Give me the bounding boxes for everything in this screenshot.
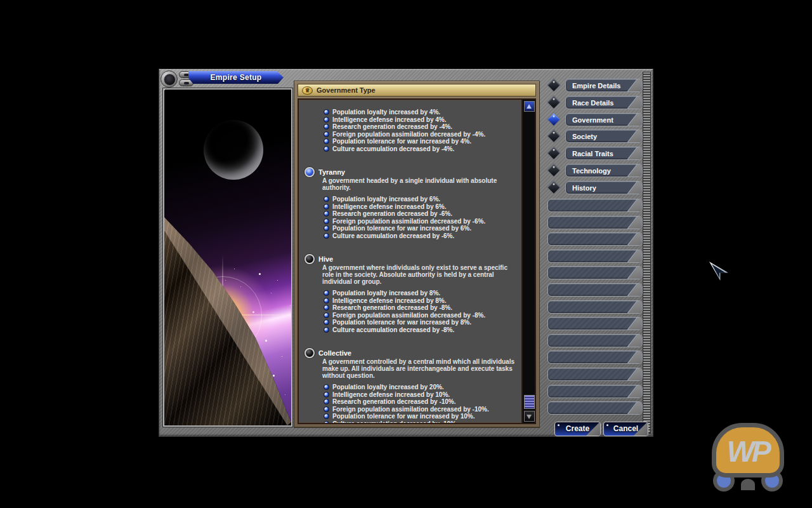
logo-text: WP xyxy=(712,423,784,478)
setup-sidebar: Empire DetailsRace DetailsGovernmentSoci… xyxy=(541,69,653,436)
empty-slot xyxy=(547,266,643,279)
modifier-text: Intelligence defense increased by 10%. xyxy=(332,391,450,398)
scroll-down-button[interactable] xyxy=(524,411,535,422)
diamond-indicator-icon xyxy=(547,146,561,161)
modifier-row: Culture accumulation decreased by -4%. xyxy=(324,145,519,153)
government-description: A government headed by a single individu… xyxy=(322,177,519,191)
empty-slot xyxy=(547,199,643,212)
bullet-orb-icon xyxy=(324,196,329,202)
bullet-orb-icon xyxy=(324,413,329,419)
mouse-cursor xyxy=(709,262,728,281)
modifier-text: Population loyalty increased by 8%. xyxy=(332,290,440,297)
bullet-orb-icon xyxy=(324,109,329,115)
modifier-text: Population loyalty increased by 4%. xyxy=(332,109,440,116)
diamond-indicator-icon xyxy=(547,180,561,194)
modifier-row: Research generation decreased by -6%. xyxy=(324,210,519,218)
window-title: Empire Setup xyxy=(188,71,284,84)
sidebar-item-society[interactable]: Society xyxy=(565,130,643,143)
modifier-row: Population tolerance for war increased b… xyxy=(324,319,519,326)
government-description: A government controlled by a central min… xyxy=(322,358,519,379)
government-description: A government where individuals only exis… xyxy=(322,264,519,285)
bullet-orb-icon xyxy=(324,124,329,130)
crescent-moon xyxy=(204,120,263,180)
modifier-text: Intelligence defense increased by 8%. xyxy=(332,297,447,304)
empty-slot xyxy=(547,351,643,364)
bullet-orb-icon xyxy=(324,319,329,325)
modifier-row: Culture accumulation decreased by -6%. xyxy=(324,232,519,240)
scroll-thumb[interactable] xyxy=(524,395,535,409)
bullet-orb-icon xyxy=(324,138,329,144)
empty-slot xyxy=(547,401,643,415)
government-type-panel: ♛ Government Type Population loyalty inc… xyxy=(294,81,540,428)
modifier-text: Research generation decreased by -10%. xyxy=(332,398,456,405)
government-section: CollectiveA government controlled by a c… xyxy=(304,348,519,423)
cancel-button[interactable]: Cancel xyxy=(603,422,648,436)
modifier-row: Population loyalty increased by 8%. xyxy=(324,290,519,297)
diamond-indicator-icon xyxy=(547,163,561,178)
create-button[interactable]: Create xyxy=(554,422,601,436)
sidebar-item-empire-details[interactable]: Empire Details xyxy=(565,79,643,92)
modifier-row: Population tolerance for war increased b… xyxy=(324,225,519,232)
game-screen: Empire Setup ♛ Government Type Populatio… xyxy=(0,0,812,508)
sidebar-item-technology[interactable]: Technology xyxy=(565,164,643,177)
modifier-text: Research generation decreased by -4%. xyxy=(332,123,452,130)
bullet-orb-icon xyxy=(324,131,329,137)
modifier-list: Population loyalty increased by 6%.Intel… xyxy=(324,196,519,239)
modifier-row: Population tolerance for war increased b… xyxy=(324,138,519,145)
modifier-row: Research generation decreased by -8%. xyxy=(324,304,519,312)
government-radio[interactable] xyxy=(304,167,315,177)
sidebar-item-racial-traits[interactable]: Racial Traits xyxy=(565,147,643,160)
bullet-orb-icon xyxy=(324,384,329,390)
scrollbar[interactable] xyxy=(521,100,535,423)
crown-emblem-icon: ♛ xyxy=(302,86,313,95)
modifier-row: Intelligence defense increased by 4%. xyxy=(324,116,519,124)
modifier-row: Foreign population assimilation decrease… xyxy=(324,131,519,138)
bullet-orb-icon xyxy=(324,392,329,398)
modifier-text: Population loyalty increased by 20%. xyxy=(332,384,444,391)
bullet-orb-icon xyxy=(324,218,329,224)
sidebar-item-history[interactable]: History xyxy=(565,181,643,194)
space-artwork xyxy=(163,88,292,427)
government-name: Hive xyxy=(318,255,333,263)
modifier-text: Foreign population assimilation decrease… xyxy=(332,131,485,138)
modifier-text: Intelligence defense increased by 6%. xyxy=(332,203,447,210)
empty-slot xyxy=(547,283,643,297)
sidebar-item-race-details[interactable]: Race Details xyxy=(565,96,643,109)
modifier-text: Population loyalty increased by 6%. xyxy=(332,196,440,203)
diamond-indicator-icon xyxy=(547,112,561,126)
modifier-row: Foreign population assimilation decrease… xyxy=(324,406,519,413)
bullet-orb-icon xyxy=(324,406,329,412)
government-option: Tyranny xyxy=(304,167,519,177)
panel-header: ♛ Government Type xyxy=(298,84,536,97)
sidebar-item-government[interactable]: Government xyxy=(565,113,643,126)
wp-watermark-logo: WP xyxy=(709,420,787,491)
government-radio[interactable] xyxy=(304,254,315,264)
empty-slot xyxy=(547,250,643,263)
bullet-orb-icon xyxy=(324,290,329,296)
modifier-text: Population tolerance for war increased b… xyxy=(332,225,471,232)
modifier-row: Research generation decreased by -10%. xyxy=(324,398,519,406)
modifier-row: Population loyalty increased by 20%. xyxy=(324,384,519,391)
modifier-row: Intelligence defense increased by 6%. xyxy=(324,203,519,211)
government-section: Population loyalty increased by 4%.Intel… xyxy=(304,109,519,152)
empire-setup-window: Empire Setup ♛ Government Type Populatio… xyxy=(159,69,653,437)
empty-slot xyxy=(547,368,643,381)
window-menu-button[interactable] xyxy=(160,70,178,88)
empty-slot xyxy=(547,216,643,229)
modifier-text: Population tolerance for war increased b… xyxy=(332,319,471,326)
bullet-orb-icon xyxy=(324,399,329,404)
government-radio[interactable] xyxy=(304,348,315,358)
government-section: HiveA government where individuals only … xyxy=(304,254,519,333)
diamond-indicator-icon xyxy=(547,129,561,144)
bullet-orb-icon xyxy=(324,312,329,318)
scroll-up-button[interactable] xyxy=(524,101,535,112)
empty-slot xyxy=(547,317,643,330)
modifier-row: Research generation decreased by -4%. xyxy=(324,123,519,131)
empty-slot xyxy=(547,232,643,246)
logo-notch xyxy=(741,479,755,490)
modifier-list: Population loyalty increased by 4%.Intel… xyxy=(324,109,519,152)
bullet-orb-icon xyxy=(324,298,329,304)
modifier-text: Intelligence defense increased by 4%. xyxy=(332,116,447,123)
modifier-text: Research generation decreased by -6%. xyxy=(332,210,452,217)
bullet-orb-icon xyxy=(324,327,329,333)
